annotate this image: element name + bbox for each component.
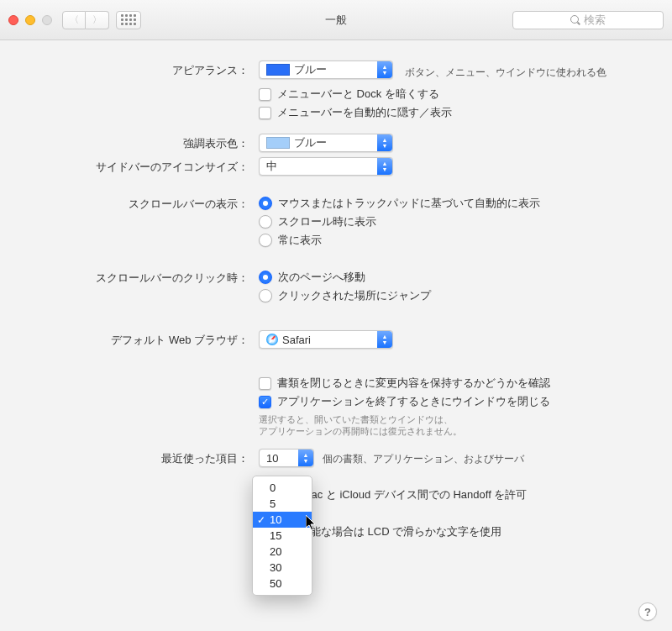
scrollbar-show-label: スクロールバーの表示： xyxy=(25,194,254,212)
recent-popup[interactable]: 10 xyxy=(259,449,314,467)
show-all-button[interactable] xyxy=(116,11,141,29)
recent-dropdown-menu[interactable]: 0 5 ✓10 15 20 30 50 xyxy=(252,476,312,596)
content-area: アピアランス： ブルー ボタン、メニュー、ウインドウに使われる色 メニューバーと… xyxy=(0,40,672,631)
scrollclick-nextpage-radio[interactable] xyxy=(259,271,272,284)
preferences-window: 〈 〉 一般 検索 アピアランス： ブルー ボタン、メニュー、ウインドウに使 xyxy=(0,0,672,631)
menubar-dark-label: メニューバーと Dock を暗くする xyxy=(277,87,439,102)
browser-popup[interactable]: Safari xyxy=(259,330,393,349)
menubar-autohide-checkbox[interactable] xyxy=(259,107,271,119)
menubar-dark-checkbox[interactable] xyxy=(259,88,271,101)
chevron-updown-icon xyxy=(377,134,392,151)
zoom-icon xyxy=(42,15,52,25)
recent-value: 10 xyxy=(260,452,298,465)
help-button[interactable]: ? xyxy=(638,602,657,621)
search-placeholder: 検索 xyxy=(584,13,606,28)
recent-option-10[interactable]: ✓10 xyxy=(253,512,312,528)
chevron-updown-icon xyxy=(298,450,313,466)
ask-keep-changes-checkbox[interactable] xyxy=(259,377,271,390)
close-icon[interactable] xyxy=(8,15,18,25)
recent-option-20[interactable]: 20 xyxy=(253,544,312,560)
close-windows-checkbox[interactable]: ✓ xyxy=(259,396,271,408)
recent-option-0[interactable]: 0 xyxy=(253,480,312,496)
recent-option-15[interactable]: 15 xyxy=(253,528,312,544)
ask-keep-changes-label: 書類を閉じるときに変更内容を保持するかどうかを確認 xyxy=(277,376,550,391)
scrollbar-auto-radio[interactable] xyxy=(259,197,272,210)
handoff-label: この Mac と iCloud デバイス間での Handoff を許可 xyxy=(277,487,527,502)
scrollbar-always-label: 常に表示 xyxy=(278,233,322,248)
highlight-value: ブルー xyxy=(294,135,327,150)
scrollbar-onscroll-radio[interactable] xyxy=(259,215,272,229)
highlight-label: 強調表示色： xyxy=(25,134,254,151)
chevron-updown-icon xyxy=(377,331,392,348)
safari-icon xyxy=(266,334,278,345)
recent-option-5[interactable]: 5 xyxy=(253,496,312,512)
browser-value: Safari xyxy=(282,334,311,346)
check-icon: ✓ xyxy=(257,514,265,526)
chevron-updown-icon xyxy=(377,61,392,78)
close-windows-fineprint-2: アプリケーションの再開時には復元されません。 xyxy=(259,425,647,437)
scrollclick-nextpage-label: 次のページへ移動 xyxy=(278,270,365,285)
blue-swatch-icon xyxy=(266,64,290,76)
scrollbar-auto-label: マウスまたはトラックパッドに基づいて自動的に表示 xyxy=(278,196,540,211)
appearance-desc: ボタン、メニュー、ウインドウに使われる色 xyxy=(405,66,606,78)
appearance-popup[interactable]: ブルー xyxy=(259,60,393,79)
sidebar-icon-popup[interactable]: 中 xyxy=(259,157,393,176)
appearance-value: ブルー xyxy=(294,62,327,77)
grid-icon xyxy=(121,14,136,25)
menubar-autohide-label: メニューバーを自動的に隠す／表示 xyxy=(277,105,452,120)
scrollbar-always-radio[interactable] xyxy=(259,234,272,247)
forward-button: 〉 xyxy=(86,11,109,29)
recent-option-50[interactable]: 50 xyxy=(253,576,312,592)
recent-option-30[interactable]: 30 xyxy=(253,560,312,576)
scrollbar-click-label: スクロールバーのクリック時： xyxy=(25,268,254,286)
close-windows-fineprint-1: 選択すると、開いていた書類とウインドウは、 xyxy=(259,413,647,425)
traffic-lights xyxy=(8,15,52,25)
chevron-updown-icon xyxy=(377,158,392,175)
scrollclick-jump-label: クリックされた場所にジャンプ xyxy=(278,288,431,303)
minimize-icon[interactable] xyxy=(25,15,35,25)
close-windows-label: アプリケーションを終了するときにウインドウを閉じる xyxy=(277,394,550,409)
recent-label: 最近使った項目： xyxy=(25,449,254,466)
nav-buttons: 〈 〉 xyxy=(62,11,109,29)
scrollbar-onscroll-label: スクロール時に表示 xyxy=(278,214,376,229)
search-icon xyxy=(570,15,580,24)
highlight-swatch-icon xyxy=(266,137,290,149)
sidebar-icon-label: サイドバーのアイコンサイズ： xyxy=(25,157,254,175)
appearance-label: アピアランス： xyxy=(25,60,254,78)
search-field[interactable]: 検索 xyxy=(512,11,664,29)
back-button[interactable]: 〈 xyxy=(62,11,86,29)
recent-suffix: 個の書類、アプリケーション、およびサーバ xyxy=(323,453,524,465)
titlebar: 〈 〉 一般 検索 xyxy=(0,0,672,40)
sidebar-icon-value: 中 xyxy=(260,159,377,174)
highlight-popup[interactable]: ブルー xyxy=(259,134,393,152)
scrollclick-jump-radio[interactable] xyxy=(259,289,272,302)
browser-label: デフォルト Web ブラウザ： xyxy=(25,330,254,348)
